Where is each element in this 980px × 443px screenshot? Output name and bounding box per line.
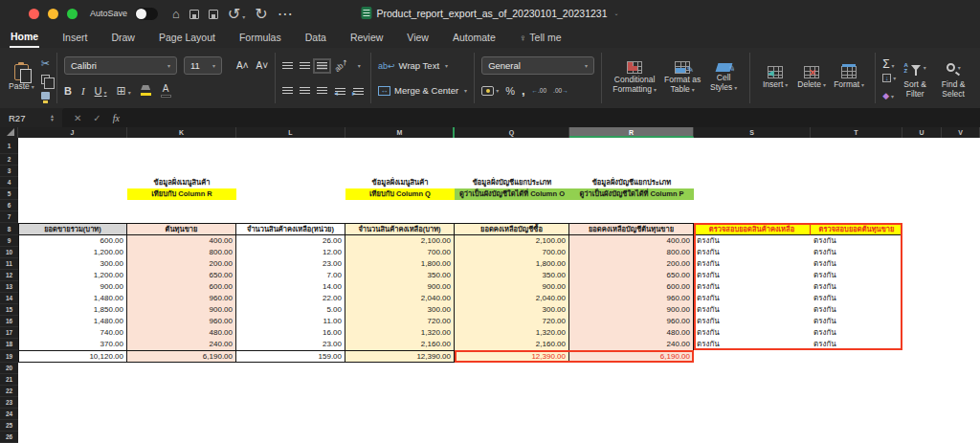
cell-units[interactable]: 11.00 [236,316,345,327]
decrease-font-size-button[interactable]: A˅ [256,60,269,71]
cell-purchase-balance[interactable]: 1,320.00 [455,327,569,339]
row-header[interactable]: 5 [0,188,18,200]
align-center-button[interactable] [300,87,310,95]
cancel-icon[interactable]: ✕ [74,113,81,123]
cell-sales[interactable]: 600.00 [18,235,127,247]
tab-tell-me[interactable]: ♀Tell me [519,29,563,47]
cell-check-stock[interactable]: ตรงกัน [694,235,811,247]
italic-button[interactable]: I [81,85,85,97]
cell-stock-baht[interactable]: 300.00 [345,304,455,316]
row-header[interactable]: 9 [0,235,18,247]
column-header-j[interactable]: J [18,127,127,138]
cell-check-stock[interactable]: ตรงกัน [694,281,811,293]
font-color-button[interactable]: A [161,84,171,98]
top-align-button[interactable] [282,62,293,70]
total-purchase-balance-cell[interactable]: 12,390.00 [455,350,569,363]
clear-button[interactable]: ◆▾ [882,85,896,102]
row-header[interactable]: 19 [0,350,18,363]
cell-cost[interactable]: 800.00 [127,247,236,258]
cell-check-cogs[interactable]: ตรงกัน [811,258,902,270]
cell-cost[interactable]: 480.00 [127,327,236,339]
borders-button[interactable]: ⊞▾ [117,84,131,98]
cell-purchase-balance[interactable]: 1,800.00 [455,258,569,270]
cell-sales[interactable]: 370.00 [18,339,127,350]
cell-purchase-balance[interactable]: 2,040.00 [455,293,569,304]
cell-purchase-balance[interactable]: 2,160.00 [455,339,569,350]
save-as-icon[interactable] [209,10,218,19]
cell-check-cogs[interactable]: ตรงกัน [811,327,902,339]
row-header[interactable]: 6 [0,200,18,211]
underline-button[interactable]: U▾ [95,85,107,97]
cell-cogs-balance[interactable]: 960.00 [569,316,694,327]
cell-cost[interactable]: 400.00 [127,235,236,247]
row-header[interactable]: 10 [0,247,18,258]
orientation-button[interactable]: ab↗ [333,57,350,74]
column-header-r[interactable]: R [569,127,694,138]
cell-check-cogs[interactable]: ตรงกัน [811,316,902,327]
annotation-r-note[interactable]: ดูว่าเป็นผังบัญชีใดได้ที่ Column P [569,188,694,200]
cell-check-stock[interactable]: ตรงกัน [694,258,811,270]
total-stock-baht-cell[interactable]: 12,390.00 [345,350,455,363]
find-select-button[interactable]: ▾ Find & Select [934,56,972,100]
accounting-format-button[interactable]: ▾ [481,86,499,96]
cell-units[interactable]: 14.00 [236,281,345,293]
cell-styles-button[interactable]: ✎ Cell Styles▾ [704,62,743,94]
autosum-button[interactable]: Σ▾ [882,55,896,72]
redo-button[interactable]: ↻ [255,5,267,23]
row-header[interactable]: 15 [0,304,18,316]
minimize-window-button[interactable] [48,9,58,19]
sort-filter-button[interactable]: AZ▾ Sort & Filter [896,56,934,100]
cell-cogs-balance[interactable]: 900.00 [569,304,694,316]
cell-purchase-balance[interactable]: 720.00 [455,316,569,327]
cell-sales[interactable]: 1,480.00 [18,316,127,327]
cell-sales[interactable]: 900.00 [18,281,127,293]
cell-units[interactable]: 16.00 [236,327,345,339]
select-all-corner[interactable] [0,127,18,138]
enter-icon[interactable]: ✓ [93,113,100,123]
tab-data[interactable]: Data [304,29,327,47]
cell-sales[interactable]: 1,200.00 [18,247,127,258]
cell-stock-baht[interactable]: 720.00 [345,316,455,327]
cell-cost[interactable]: 960.00 [127,316,236,327]
insert-function-icon[interactable]: fx [113,113,120,123]
cell-check-stock[interactable]: ตรงกัน [694,247,811,258]
formula-input[interactable]: ✕ ✓ fx [62,108,980,127]
cell-sales[interactable]: 1,850.00 [18,304,127,316]
more-commands-button[interactable]: ⋯ [278,5,293,23]
cell-check-cogs[interactable]: ตรงกัน [811,270,902,281]
cell-units[interactable]: 26.00 [236,235,345,247]
header-purchase-balance[interactable]: ยอดคงเหลือบัญชีซื้อ [455,223,569,235]
row-header[interactable]: 23 [0,397,18,409]
increase-indent-button[interactable]: ▸ [352,82,364,100]
cell-units[interactable]: 5.00 [236,304,345,316]
tab-draw[interactable]: Draw [110,29,136,47]
cell-purchase-balance[interactable]: 900.00 [455,281,569,293]
font-size-select[interactable]: 11▾ [184,56,222,75]
row-header[interactable]: 1 [0,138,18,154]
conditional-formatting-button[interactable]: Conditional Formatting▾ [609,60,660,96]
cell-units[interactable]: 23.00 [236,339,345,350]
tab-home[interactable]: Home [10,28,39,48]
cell-cogs-balance[interactable]: 200.00 [569,258,694,270]
cell-check-stock[interactable]: ตรงกัน [694,293,811,304]
cell-cost[interactable]: 960.00 [127,293,236,304]
cell-cogs-balance[interactable]: 240.00 [569,339,694,350]
fill-color-button[interactable] [141,85,151,96]
column-header-v[interactable]: V [942,127,980,138]
zoom-window-button[interactable] [67,9,78,19]
copy-icon[interactable] [41,75,50,84]
decrease-indent-button[interactable]: ◂ [334,82,345,100]
cell-stock-baht[interactable]: 1,320.00 [345,327,455,339]
cell-check-stock[interactable]: ตรงกัน [694,270,811,281]
cell-sales[interactable]: 300.00 [18,258,127,270]
merge-center-button[interactable]: ↔ Merge & Center▾ [378,79,467,102]
row-header[interactable]: 18 [0,339,18,350]
save-icon[interactable] [189,10,199,19]
header-check-stock[interactable]: ตรวจสอบยอดสินค้าคงเหลือ [694,223,811,235]
cell-stock-baht[interactable]: 900.00 [345,281,455,293]
column-header-t[interactable]: T [811,127,902,138]
row-header[interactable]: 3 [0,166,18,177]
middle-align-button[interactable] [300,62,310,70]
header-cost-of-sales[interactable]: ต้นทุนขาย [127,223,236,235]
row-header[interactable]: 4 [0,177,18,188]
